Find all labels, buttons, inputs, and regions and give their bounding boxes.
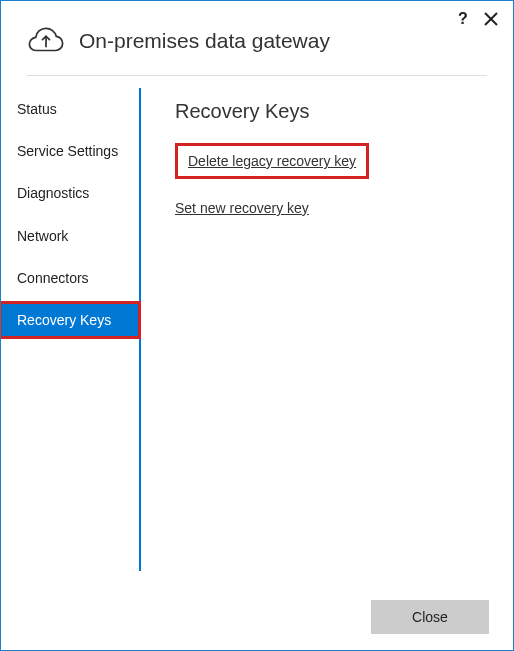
sidebar-item-status[interactable]: Status [1, 92, 139, 126]
sidebar-item-recovery-keys[interactable]: Recovery Keys [1, 303, 139, 337]
footer: Close [371, 600, 489, 634]
sidebar-item-connectors[interactable]: Connectors [1, 261, 139, 295]
window-close-icon[interactable] [481, 9, 501, 29]
sidebar-item-service-settings[interactable]: Service Settings [1, 134, 139, 168]
app-title: On-premises data gateway [79, 29, 330, 53]
sidebar-item-diagnostics[interactable]: Diagnostics [1, 176, 139, 210]
help-icon[interactable]: ? [453, 9, 473, 29]
close-button[interactable]: Close [371, 600, 489, 634]
sidebar: Status Service Settings Diagnostics Netw… [1, 88, 141, 571]
content-heading: Recovery Keys [175, 100, 485, 123]
sidebar-item-network[interactable]: Network [1, 219, 139, 253]
delete-legacy-highlight: Delete legacy recovery key [175, 143, 369, 179]
delete-legacy-recovery-key-link[interactable]: Delete legacy recovery key [188, 153, 356, 169]
set-new-recovery-key-link[interactable]: Set new recovery key [175, 200, 309, 216]
cloud-upload-icon [27, 25, 65, 57]
content-panel: Recovery Keys Delete legacy recovery key… [141, 88, 513, 571]
header: On-premises data gateway ? [1, 1, 513, 75]
